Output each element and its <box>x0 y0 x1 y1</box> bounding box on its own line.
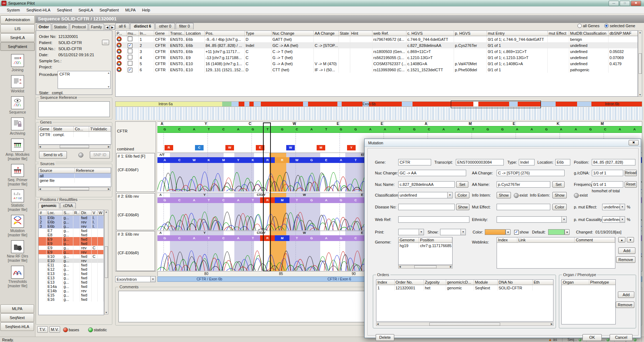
variant-row[interactable]: 1CFTRENST0...E6b-9..-6 / 4bp [chr7:g...D… <box>116 36 638 43</box>
tab-distinct-6[interactable]: distinct 6 <box>130 23 155 29</box>
source-header[interactable]: Reference <box>75 168 111 173</box>
tab-order[interactable]: Order <box>36 24 51 30</box>
order-entry-row[interactable]: 1121320001hetgenomicSeqNextSOLID-CFTR <box>376 285 553 291</box>
sidebar-section-lis[interactable]: LIS <box>0 24 35 33</box>
tab-statistic[interactable]: Statistic <box>52 24 69 30</box>
sidebar-tool-thresholds[interactable]: Thresholds[master file] <box>0 266 35 288</box>
gcdna-field[interactable]: 1/0 of 1 <box>592 170 623 176</box>
send-to-vs-button[interactable]: Send to vS <box>39 151 67 159</box>
aa-name-field[interactable]: p.Cys276Ter <box>497 181 550 188</box>
variants-column-header[interactable]: Hint <box>350 31 372 36</box>
disease-no-show-button[interactable]: Show <box>456 204 469 210</box>
procedures-scroll-down-icon[interactable]: ▼ <box>107 86 110 88</box>
transcript-field[interactable]: ENST00000003084 <box>456 159 504 165</box>
variants-column-header[interactable]: web Ref. <box>372 31 406 36</box>
genome-header[interactable]: Genome <box>399 237 419 243</box>
variant-state-icon[interactable] <box>117 43 122 48</box>
sequence-reference-box[interactable] <box>38 101 110 117</box>
frequency-field[interactable]: 0/1 of 1 <box>592 181 623 188</box>
variants-column-header[interactable]: Pos. <box>204 31 244 36</box>
sidebar-tool-seq-primer[interactable]: Seq. Primer[master file] <box>0 164 35 186</box>
variant-state-icon[interactable] <box>117 49 122 54</box>
minimize-button[interactable]: — <box>609 1 619 6</box>
tab-other-0[interactable]: other 0 <box>155 23 175 29</box>
variants-column-header[interactable]: Location <box>185 31 204 36</box>
dialog-close-icon[interactable]: ✖ <box>629 140 639 145</box>
genome-row[interactable]: hg19chr7:g.117176685 <box>399 243 452 249</box>
position-row[interactable]: E7g...fwd <box>39 228 104 233</box>
position-header[interactable]: Dir. <box>80 210 91 216</box>
variants-column-header[interactable]: Type <box>244 31 271 36</box>
position-row[interactable]: E12g...fwd <box>39 267 104 271</box>
mutation-checkbox[interactable] <box>128 37 132 41</box>
position-row[interactable]: E15g...fwd <box>39 293 104 297</box>
order-entry-header[interactable]: Index <box>376 280 394 285</box>
order-entry-header[interactable]: Order No. <box>394 280 424 285</box>
weblink-up-icon[interactable]: ▲ <box>618 237 625 242</box>
sidebar-section-mlpa[interactable]: MLPA <box>0 304 34 313</box>
order-entry-header[interactable]: Zygosity <box>424 280 446 285</box>
mutation-checkbox[interactable] <box>128 55 132 59</box>
position-header[interactable]: V <box>91 210 97 216</box>
patient-browse-button[interactable]: ... <box>102 40 109 45</box>
variant-row[interactable]: 3CFTRENST0...E6b+11 [chr7:g.11717...CC -… <box>116 48 638 54</box>
reset-button[interactable]: Reset <box>625 181 637 188</box>
chevron-down-icon[interactable]: ▾ <box>620 204 625 210</box>
variants-column-header[interactable]: MutDB:Classification <box>569 31 608 36</box>
variant-row[interactable]: ✓6CFTRENST0...E10129..131 (1521..152...D… <box>116 67 638 73</box>
chevron-down-icon[interactable]: ▾ <box>561 217 566 222</box>
info-extern-show-button[interactable]: Show <box>552 192 567 198</box>
variant-row[interactable]: 5CFTRENST0...E1016 (1408) [chr7:g.1...CG… <box>116 61 638 67</box>
gene-row[interactable]: CFTRcompl. <box>39 132 111 138</box>
snp-id-button[interactable]: SNP ID <box>90 151 110 159</box>
position-header[interactable]: # <box>39 210 46 216</box>
trace-view-button[interactable]: T.V. <box>37 326 48 333</box>
position-row[interactable]: 3E6bg...revI. <box>39 224 104 228</box>
weblink-header[interactable]: Index <box>497 237 517 243</box>
mutation-checkbox[interactable]: ✓ <box>128 43 132 48</box>
gene-header[interactable]: State <box>52 126 74 132</box>
nuc-change-field[interactable]: GC -> AA <box>398 170 466 176</box>
procedures-textarea[interactable]: CFTR▲▼ <box>58 71 111 89</box>
sidebar-section-seqnext[interactable]: SeqNext <box>0 313 34 322</box>
classification-select[interactable]: undefined▾ <box>398 192 453 198</box>
weblink-header[interactable]: Link <box>517 237 575 243</box>
chevron-down-icon[interactable]: ▾ <box>460 229 465 235</box>
orders-scrollbar[interactable]: ◀▶ <box>376 322 553 326</box>
sidebar-tool-mutation[interactable]: Mutation[master file] <box>0 215 35 237</box>
procedures-scroll-up-icon[interactable]: ▲ <box>107 72 110 74</box>
position-row[interactable]: E8g...fwd <box>39 233 104 237</box>
exon-intron-select[interactable]: Exon/Intron▾ <box>115 276 156 282</box>
sources-scrollbar[interactable]: ◀▶ <box>38 187 111 191</box>
mutation-dialog-titlebar[interactable]: Mutation ✖ <box>365 139 641 147</box>
exon-intron-annotation-bar[interactable]: Intron 6aExon 6bIntron 6b <box>115 101 642 107</box>
classification-color-button[interactable]: Color <box>455 192 469 198</box>
position-row[interactable]: E9g...revC <box>39 246 104 250</box>
chevron-down-icon[interactable]: ▾ <box>419 229 424 235</box>
organ-remove-button[interactable]: Remove <box>616 302 634 308</box>
delete-button[interactable]: Delete <box>376 334 394 341</box>
show-checkbox[interactable]: ✓ <box>514 230 519 235</box>
read-label-box[interactable]: # 3: E6b rev(CF-E06bR) <box>116 231 155 271</box>
tab-all-6[interactable]: all 6 <box>115 23 130 29</box>
variants-column-header[interactable]: mut Effect <box>547 31 569 36</box>
chevron-down-icon[interactable]: ▾ <box>150 276 155 282</box>
gene-field[interactable]: CFTR <box>398 159 431 165</box>
read-label-box[interactable]: # 1: E6b fwd [F](CF-E06bF) <box>116 153 155 192</box>
position-row[interactable]: E10g...rev <box>39 259 104 263</box>
gene-header[interactable]: Gene <box>39 126 52 132</box>
menu-item-help[interactable]: Help <box>139 7 153 13</box>
order-entry-header[interactable]: Module <box>474 280 497 285</box>
position-row[interactable]: E14bg...rev <box>39 289 104 293</box>
position-row[interactable]: E13g...fwd <box>39 280 104 284</box>
sidebar-section-seqpatient[interactable]: SeqPatient <box>0 42 35 51</box>
gene-scope-option[interactable]: selected Gene <box>604 24 635 28</box>
weblink-add-button[interactable]: Add <box>618 247 635 254</box>
position-row[interactable]: E11g...fwd <box>39 263 104 267</box>
position-row[interactable]: E16g...fwd <box>39 297 104 302</box>
variant-row[interactable]: ✓2CFTRENST0...E6b84..85 (827..828) / ...… <box>116 42 638 48</box>
variants-column-header[interactable]: P... <box>116 31 126 36</box>
variants-column-header[interactable]: Gene <box>154 31 169 36</box>
genome-header[interactable]: Position <box>419 237 452 243</box>
menu-item-seqhla[interactable]: SeqHLA <box>75 7 96 13</box>
